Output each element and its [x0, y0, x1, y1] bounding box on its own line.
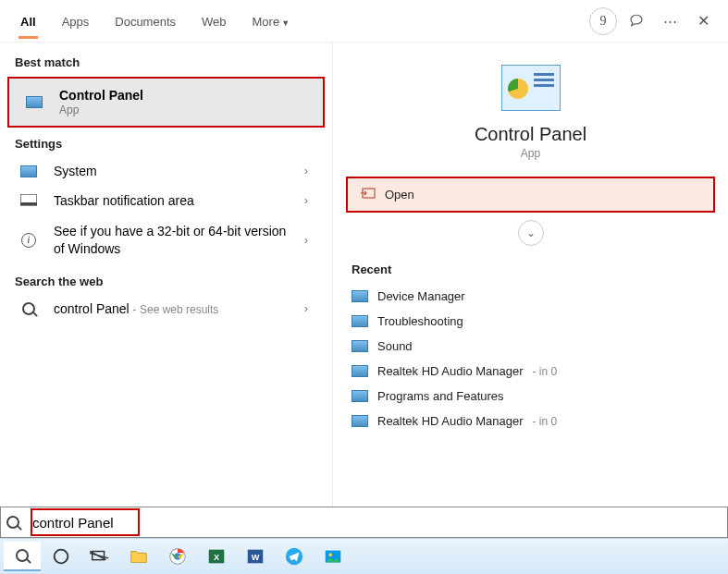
- taskbar-file-explorer[interactable]: [120, 542, 157, 571]
- taskbar-icon: [15, 194, 43, 207]
- taskbar-cortana-button[interactable]: [43, 542, 80, 571]
- search-icon: [22, 302, 35, 315]
- chevron-down-icon: ▼: [281, 18, 290, 28]
- search-box[interactable]: [0, 507, 728, 538]
- settings-item-taskbar-area[interactable]: Taskbar notification area ›: [0, 186, 332, 215]
- recent-item[interactable]: Programs and Features: [346, 384, 715, 409]
- web-result[interactable]: control Panel - See web results ›: [0, 294, 332, 324]
- open-action[interactable]: Open: [346, 177, 715, 213]
- rewards-badge[interactable]: 9: [589, 7, 617, 35]
- app-large-icon: [501, 65, 561, 111]
- taskbar-excel[interactable]: X: [198, 542, 235, 571]
- cp-applet-icon: [352, 315, 368, 327]
- cp-applet-icon: [352, 415, 368, 427]
- svg-text:X: X: [214, 553, 220, 562]
- cp-applet-icon: [352, 390, 368, 402]
- search-icon: [6, 516, 27, 529]
- open-label: Open: [385, 188, 414, 202]
- best-match-subtitle: App: [59, 104, 312, 116]
- taskbar-search-button[interactable]: [4, 542, 41, 571]
- section-settings: Settings: [0, 128, 332, 156]
- list-item-label: Taskbar notification area: [54, 193, 293, 208]
- expand-actions-button[interactable]: ⌄: [518, 220, 544, 246]
- best-match-result[interactable]: Control Panel App: [7, 77, 325, 128]
- svg-point-4: [55, 550, 68, 564]
- chevron-right-icon: ›: [304, 302, 321, 315]
- chevron-right-icon: ›: [304, 165, 321, 177]
- tab-apps[interactable]: Apps: [49, 4, 103, 38]
- recent-item[interactable]: Device Manager: [346, 284, 715, 309]
- chevron-right-icon: ›: [304, 234, 321, 247]
- recent-item[interactable]: Realtek HD Audio Manager - in 0: [346, 359, 715, 384]
- recent-label: Troubleshooting: [377, 314, 463, 328]
- section-recent: Recent: [346, 255, 715, 284]
- open-icon: [361, 188, 385, 202]
- settings-item-system[interactable]: System ›: [0, 156, 332, 186]
- svg-rect-1: [20, 202, 37, 205]
- section-search-web: Search the web: [0, 265, 332, 294]
- svg-point-16: [328, 553, 332, 556]
- recent-item[interactable]: Realtek HD Audio Manager - in 0: [346, 409, 715, 434]
- recent-item[interactable]: Troubleshooting: [346, 309, 715, 334]
- recent-label: Realtek HD Audio Manager: [377, 414, 524, 428]
- taskbar-telegram[interactable]: [276, 542, 313, 571]
- close-button[interactable]: ✕: [689, 7, 717, 35]
- web-result-hint: See web results: [140, 303, 218, 316]
- control-panel-icon: [26, 96, 43, 108]
- tab-more[interactable]: More▼: [240, 4, 303, 38]
- preview-subtitle: App: [521, 147, 540, 160]
- monitor-icon: [20, 165, 37, 177]
- tab-all[interactable]: All: [7, 4, 49, 38]
- info-icon: i: [21, 233, 36, 248]
- list-item-label: See if you have a 32-bit or 64-bit versi…: [54, 223, 293, 258]
- taskbar-photos[interactable]: [315, 542, 352, 571]
- recent-item[interactable]: Sound: [346, 334, 715, 359]
- section-best-match: Best match: [0, 46, 332, 75]
- recent-label: Programs and Features: [377, 389, 504, 403]
- web-result-query: control Panel: [54, 301, 130, 316]
- taskbar-chrome[interactable]: [159, 542, 196, 571]
- chevron-right-icon: ›: [304, 194, 321, 207]
- search-input[interactable]: [27, 511, 727, 534]
- taskbar-taskview-button[interactable]: [81, 542, 118, 571]
- feedback-icon[interactable]: [623, 7, 650, 35]
- results-panel: Best match Control Panel App Settings Sy…: [0, 43, 333, 507]
- preview-panel: Control Panel App Open ⌄ Recent Device M…: [333, 43, 728, 507]
- tabs-row: All Apps Documents Web More▼ 9 ⋯ ✕: [0, 0, 728, 43]
- tab-documents[interactable]: Documents: [102, 4, 189, 38]
- taskbar: X W: [0, 538, 728, 574]
- settings-item-bitness[interactable]: i See if you have a 32-bit or 64-bit ver…: [0, 215, 332, 265]
- recent-label: Device Manager: [377, 289, 465, 303]
- tab-web[interactable]: Web: [189, 4, 240, 38]
- preview-title: Control Panel: [475, 124, 586, 145]
- best-match-title: Control Panel: [59, 88, 312, 103]
- cp-applet-icon: [352, 365, 368, 377]
- cp-applet-icon: [352, 340, 368, 352]
- list-item-label: System: [54, 164, 293, 178]
- recent-label: Sound: [377, 339, 413, 353]
- more-options-icon[interactable]: ⋯: [656, 7, 684, 35]
- svg-text:W: W: [252, 553, 260, 562]
- taskbar-word[interactable]: W: [237, 542, 274, 571]
- recent-label: Realtek HD Audio Manager: [377, 364, 524, 378]
- cp-applet-icon: [352, 290, 368, 302]
